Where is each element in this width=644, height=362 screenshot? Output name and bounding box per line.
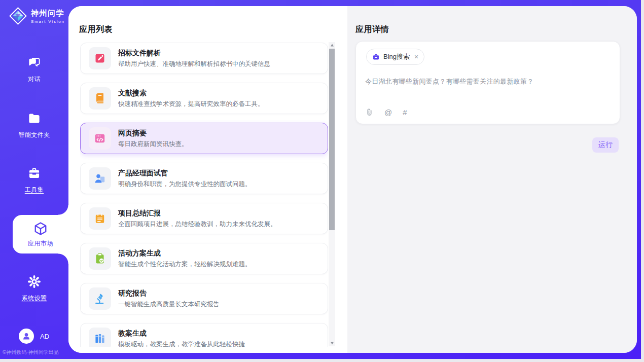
app-card[interactable]: 招标文件解析 帮助用户快速、准确地理解和解析招标书中的关键信息 <box>80 43 328 74</box>
mention-icon[interactable]: @ <box>384 108 392 116</box>
gear-icon <box>27 275 41 288</box>
sidebar-item-app-market[interactable]: 应用市场 <box>13 215 68 254</box>
user-account[interactable]: AD <box>19 329 49 344</box>
sidebar-item-label: 智能文件夹 <box>0 131 68 139</box>
app-card-description: 明确身份和职责，为您提供专业性的面试问题。 <box>118 180 252 189</box>
browser-icon <box>94 132 106 144</box>
prompt-card: Bing搜索 × 今日湖北有哪些新闻要点？有哪些需要关注的最新政策？ @ # <box>355 41 620 124</box>
app-card-description: 帮助用户快速、准确地理解和解析招标书中的关键信息 <box>118 60 270 68</box>
app-card-title: 招标文件解析 <box>118 49 270 58</box>
app-card-list: 招标文件解析 帮助用户快速、准确地理解和解析招标书中的关键信息 文献搜索 快速精… <box>80 43 328 347</box>
scrollbar[interactable] <box>329 42 335 346</box>
app-card[interactable]: 研究报告 一键智能生成高质量长文本研究报告 <box>80 283 328 314</box>
app-card[interactable]: 项目总结汇报 全面回顾项目进展，总结经验教训，助力未来优化发展。 <box>80 203 328 234</box>
book-icon <box>94 92 106 104</box>
edit-square-icon <box>94 52 106 64</box>
briefcase-icon <box>372 53 380 61</box>
app-icon <box>89 87 111 110</box>
hash-icon[interactable]: # <box>403 108 407 116</box>
prompt-toolbar: @ # <box>365 108 407 117</box>
app-icon <box>89 328 111 347</box>
sidebar: 神州问学 Smart Vision 对话 智能文件夹 工具集 应用市场 <box>0 0 68 359</box>
note-icon <box>94 212 106 225</box>
app-card[interactable]: 网页摘要 每日政府新闻资讯快查。 <box>80 123 328 154</box>
app-list-title: 应用列表 <box>79 24 113 35</box>
folder-icon <box>27 112 41 125</box>
app-card-title: 活动方案生成 <box>118 249 252 258</box>
app-card-description: 全面回顾项目进展，总结经验教训，助力未来优化发展。 <box>118 220 277 229</box>
app-icon <box>89 207 111 230</box>
copyright-text: ©神州数码·神州问学出品 <box>0 349 68 356</box>
scrollbar-thumb[interactable] <box>329 49 335 230</box>
sidebar-item-system-settings[interactable]: 系统设置 <box>0 275 68 303</box>
tool-tag-label: Bing搜索 <box>383 52 410 61</box>
app-list-pane: 应用列表 招标文件解析 帮助用户快速、准确地理解和解析招标书中的关键信息 文献搜… <box>68 6 347 353</box>
app-card-title: 研究报告 <box>118 289 220 298</box>
app-icon <box>89 167 111 190</box>
sidebar-item-label: 工具集 <box>0 186 68 194</box>
sidebar-item-chat[interactable]: 对话 <box>0 56 68 84</box>
app-icon <box>89 47 111 69</box>
app-icon <box>89 287 111 310</box>
books-icon <box>94 333 106 345</box>
app-card-title: 产品经理面试官 <box>118 169 252 178</box>
brand-logo: 神州问学 Smart Vision <box>9 7 65 25</box>
run-button[interactable]: 运行 <box>592 137 619 153</box>
app-detail-pane: 应用详情 Bing搜索 × 今日湖北有哪些新闻要点？有哪些需要关注的最新政策？ … <box>347 6 637 353</box>
sidebar-item-label: 系统设置 <box>0 294 68 303</box>
brand-logo-icon <box>9 7 27 25</box>
attachment-icon[interactable] <box>365 108 374 117</box>
app-detail-title: 应用详情 <box>355 24 389 35</box>
interviewer-icon <box>94 172 106 185</box>
sidebar-item-smart-folders[interactable]: 智能文件夹 <box>0 112 68 139</box>
app-card-title: 项目总结汇报 <box>118 209 277 218</box>
microscope-icon <box>94 293 106 305</box>
app-card-description: 智能生成个性化活动方案，轻松解决规划难题。 <box>118 260 252 269</box>
app-card[interactable]: 文献搜索 快速精准查找学术资源，提高研究效率的必备工具。 <box>80 83 328 114</box>
avatar <box>19 329 34 344</box>
cube-icon <box>33 221 48 236</box>
app-window: 神州问学 Smart Vision 对话 智能文件夹 工具集 应用市场 <box>0 0 641 359</box>
brand-name: 神州问学 <box>31 9 65 18</box>
user-icon <box>22 332 31 341</box>
app-card-description: 每日政府新闻资讯快查。 <box>118 140 188 149</box>
toolbox-icon <box>27 166 41 180</box>
tool-tag-close-icon[interactable]: × <box>414 53 418 60</box>
app-card-title: 教案生成 <box>118 329 245 338</box>
app-icon <box>89 127 111 150</box>
brand-subtitle: Smart Vision <box>31 19 65 24</box>
chat-icon <box>27 56 41 69</box>
scrollbar-down-arrow[interactable] <box>329 340 335 346</box>
app-card-description: 一键智能生成高质量长文本研究报告 <box>118 300 220 309</box>
app-icon <box>89 247 111 270</box>
sidebar-item-toolset[interactable]: 工具集 <box>0 166 68 194</box>
app-card[interactable]: 活动方案生成 智能生成个性化活动方案，轻松解决规划难题。 <box>80 243 328 274</box>
app-card[interactable]: 教案生成 模板驱动，教案生成，教学准备从此轻松快捷 <box>80 323 328 347</box>
sidebar-item-label: 对话 <box>0 75 68 84</box>
tool-tag-bing-search[interactable]: Bing搜索 × <box>366 49 424 65</box>
sidebar-item-label: 应用市场 <box>28 239 53 248</box>
page: 神州问学 Smart Vision 对话 智能文件夹 工具集 应用市场 <box>0 0 644 362</box>
user-initials: AD <box>40 333 49 340</box>
scrollbar-up-arrow[interactable] <box>329 42 335 48</box>
app-card-title: 文献搜索 <box>118 89 264 98</box>
clipboard-icon <box>94 252 106 265</box>
app-card[interactable]: 产品经理面试官 明确身份和职责，为您提供专业性的面试问题。 <box>80 163 328 194</box>
app-card-description: 模板驱动，教案生成，教学准备从此轻松快捷 <box>118 340 245 347</box>
app-card-title: 网页摘要 <box>118 129 188 138</box>
prompt-input[interactable]: 今日湖北有哪些新闻要点？有哪些需要关注的最新政策？ <box>365 77 611 86</box>
app-card-description: 快速精准查找学术资源，提高研究效率的必备工具。 <box>118 100 264 108</box>
main-content: 应用列表 招标文件解析 帮助用户快速、准确地理解和解析招标书中的关键信息 文献搜… <box>68 6 637 353</box>
